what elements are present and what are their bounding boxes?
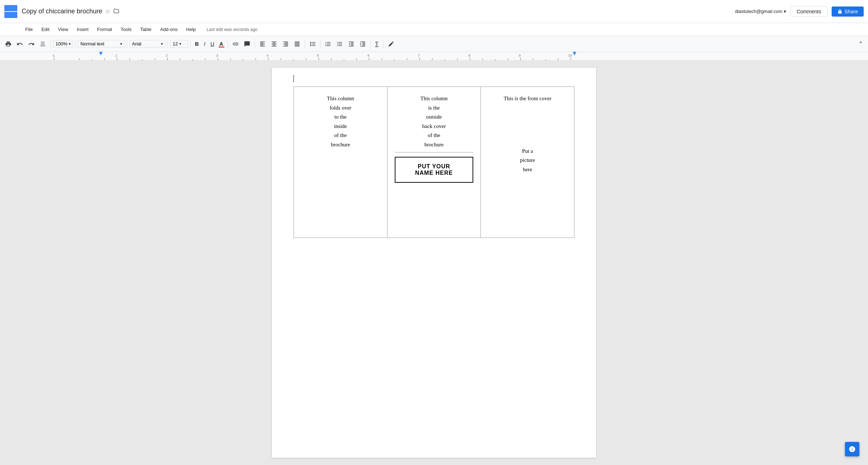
user-email: dlastutech@gmail.com ▾	[735, 9, 786, 14]
ruler: -1 1 2 3 4 5	[0, 52, 868, 61]
line-spacing-button[interactable]	[307, 39, 318, 49]
svg-rect-0	[0, 52, 868, 60]
doc-title-area: Copy of chiccarine brochure ☆	[22, 8, 735, 15]
decrease-indent-button[interactable]	[346, 39, 357, 49]
separator-3	[127, 40, 127, 48]
top-bar: Copy of chiccarine brochure ☆ dlastutech…	[0, 0, 868, 23]
increase-indent-button[interactable]	[357, 39, 368, 49]
menu-table[interactable]: Table	[137, 25, 155, 34]
assistant-icon	[849, 446, 856, 453]
zoom-arrow: ▾	[69, 42, 71, 46]
text-cursor	[294, 75, 294, 82]
undo-button[interactable]	[14, 39, 25, 49]
pen-button[interactable]	[386, 39, 397, 49]
menu-insert[interactable]: Insert	[73, 25, 92, 34]
separator-1	[50, 40, 51, 48]
align-justify-button[interactable]	[292, 39, 303, 49]
svg-text:10: 10	[568, 54, 572, 57]
col3-picture-text: Put a picture here	[488, 147, 567, 174]
font-control[interactable]: Arial ▾	[129, 40, 165, 48]
svg-text:-1: -1	[52, 54, 55, 57]
style-value: Normal text	[80, 41, 104, 46]
bold-button[interactable]: B	[193, 39, 201, 48]
col2-divider	[395, 152, 474, 152]
svg-text:8: 8	[468, 54, 470, 57]
font-color-button[interactable]: A	[217, 39, 225, 48]
star-icon[interactable]: ☆	[105, 8, 110, 15]
col1-text: This column folds over to the inside of …	[301, 94, 380, 149]
numbered-list-button[interactable]	[323, 39, 334, 49]
separator-2	[75, 40, 76, 48]
separator-4	[167, 40, 168, 48]
svg-text:6: 6	[367, 54, 369, 57]
menu-file[interactable]: File	[22, 25, 36, 34]
last-edit-status: Last edit was seconds ago	[207, 27, 258, 32]
redo-button[interactable]	[26, 39, 37, 49]
menu-tools[interactable]: Tools	[117, 25, 135, 34]
insert-link-button[interactable]	[230, 39, 241, 49]
assistant-button[interactable]	[845, 442, 859, 456]
bullet-list-button[interactable]	[334, 39, 345, 49]
col2-name-box[interactable]: PUT YOUR NAME HERE	[395, 157, 474, 183]
italic-button[interactable]: I	[202, 39, 207, 48]
col2-lower-space	[395, 187, 474, 230]
toolbar: 100% ▾ Normal text ▾ Arial ▾ 12 ▾ B I U …	[0, 36, 868, 52]
document-area: This column folds over to the inside of …	[0, 61, 868, 465]
col2-upper-text: This column is the outside back cover of…	[395, 94, 474, 149]
app-menu-button[interactable]	[4, 5, 17, 18]
separator-5	[190, 40, 191, 48]
brochure-col1[interactable]: This column folds over to the inside of …	[294, 87, 388, 238]
svg-text:9: 9	[519, 54, 520, 57]
svg-text:5: 5	[317, 54, 319, 57]
share-button[interactable]: Share	[832, 6, 864, 17]
menu-help[interactable]: Help	[183, 25, 200, 34]
comments-button[interactable]: Comments	[791, 6, 827, 17]
font-color-indicator	[219, 46, 224, 48]
col3-upper-text: This is the front cover	[488, 94, 567, 103]
separator-6	[228, 40, 228, 48]
fontsize-value: 12	[173, 41, 178, 46]
table-row: This column folds over to the inside of …	[294, 87, 574, 238]
separator-10	[370, 40, 371, 48]
fontsize-arrow: ▾	[179, 42, 181, 46]
top-right-actions: dlastutech@gmail.com ▾ Comments Share	[735, 6, 864, 17]
align-right-button[interactable]	[280, 39, 291, 49]
zoom-value: 100%	[55, 41, 67, 46]
menu-format[interactable]: Format	[94, 25, 116, 34]
brochure-col3[interactable]: This is the front cover Put a picture he…	[481, 87, 574, 238]
separator-8	[305, 40, 305, 48]
style-control[interactable]: Normal text ▾	[78, 40, 125, 48]
separator-11	[383, 40, 384, 48]
underline-button[interactable]: U	[208, 39, 216, 48]
svg-text:3: 3	[216, 54, 218, 57]
print-button[interactable]	[3, 39, 14, 49]
svg-text:4: 4	[267, 54, 268, 57]
menu-bar: File Edit View Insert Format Tools Table…	[0, 23, 868, 36]
menu-addons[interactable]: Add-ons	[156, 25, 181, 34]
ruler-svg: -1 1 2 3 4 5	[0, 52, 868, 60]
brochure-table[interactable]: This column folds over to the inside of …	[294, 87, 574, 238]
style-arrow: ▾	[120, 42, 122, 46]
insert-comment-button[interactable]	[242, 39, 252, 49]
align-center-button[interactable]	[269, 39, 279, 49]
folder-icon[interactable]	[113, 8, 120, 15]
fontsize-control[interactable]: 12 ▾	[170, 40, 188, 48]
svg-text:1: 1	[115, 54, 117, 57]
document-page[interactable]: This column folds over to the inside of …	[272, 68, 596, 458]
separator-9	[320, 40, 321, 48]
doc-title: Copy of chiccarine brochure	[22, 8, 102, 15]
menu-view[interactable]: View	[54, 25, 72, 34]
menu-edit[interactable]: Edit	[38, 25, 53, 34]
separator-7	[255, 40, 255, 48]
font-value: Arial	[132, 41, 141, 46]
svg-text:7: 7	[418, 54, 420, 57]
font-arrow: ▾	[161, 42, 163, 46]
zoom-control[interactable]: 100% ▾	[53, 40, 73, 48]
align-left-button[interactable]	[257, 39, 268, 49]
toolbar-collapse-button[interactable]: ⌃	[856, 39, 865, 49]
brochure-col2[interactable]: This column is the outside back cover of…	[387, 87, 481, 238]
svg-text:2: 2	[166, 54, 167, 57]
formula-button[interactable]: ∑	[373, 39, 381, 49]
paint-format-button[interactable]	[37, 39, 48, 49]
